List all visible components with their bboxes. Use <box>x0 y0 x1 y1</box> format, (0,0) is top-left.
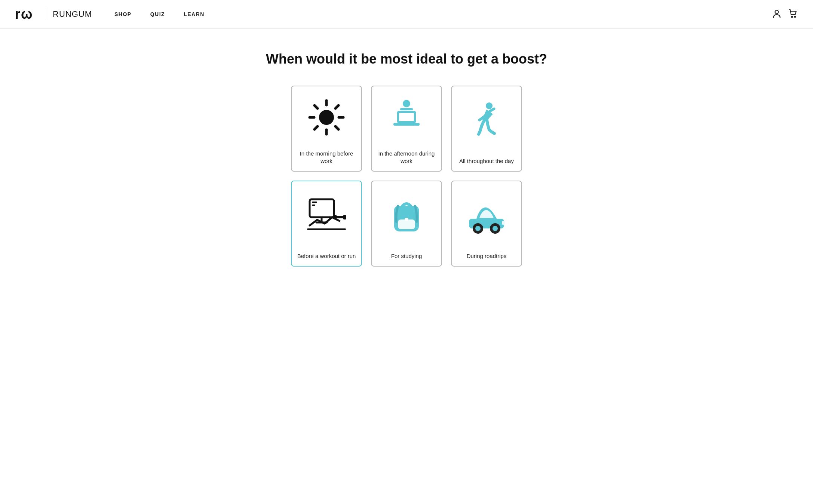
site-header: r ω RUNGUM SHOP QUIZ LEARN <box>0 0 813 29</box>
svg-rect-18 <box>393 123 420 126</box>
svg-rect-27 <box>343 215 346 219</box>
svg-point-19 <box>486 102 493 109</box>
morning-label: In the morning before work <box>292 145 361 171</box>
svg-text:r: r <box>15 7 20 22</box>
option-card-morning[interactable]: In the morning before work <box>291 86 362 172</box>
svg-rect-15 <box>400 108 413 110</box>
svg-point-5 <box>319 110 334 125</box>
svg-rect-32 <box>405 218 408 221</box>
option-card-studying[interactable]: For studying <box>371 181 442 267</box>
allday-icon-area <box>452 86 521 152</box>
workout-label: Before a workout or run <box>292 247 361 266</box>
morning-icon-area <box>292 86 361 145</box>
option-card-roadtrip[interactable]: During roadtrips <box>451 181 522 267</box>
nav-learn[interactable]: LEARN <box>184 11 205 17</box>
cart-icon[interactable] <box>788 9 798 20</box>
option-card-workout[interactable]: Before a workout or run <box>291 181 362 267</box>
svg-rect-17 <box>399 113 414 121</box>
allday-icon <box>466 101 507 142</box>
afternoon-label: In the afternoon during work <box>372 145 441 171</box>
logo-text: RUNGUM <box>53 9 92 19</box>
logo-divider <box>45 8 45 20</box>
svg-point-4 <box>795 16 796 18</box>
svg-line-11 <box>335 126 338 129</box>
main-content: When would it be most ideal to get a boo… <box>0 29 813 296</box>
afternoon-icon <box>386 97 427 138</box>
workout-icon-area <box>292 181 361 247</box>
header-icons <box>772 9 798 20</box>
main-nav: SHOP QUIZ LEARN <box>114 11 205 17</box>
account-icon[interactable] <box>772 9 782 20</box>
studying-icon <box>386 196 427 237</box>
morning-icon <box>306 97 347 138</box>
roadtrip-icon-area <box>452 181 521 247</box>
svg-point-2 <box>775 10 779 14</box>
svg-rect-38 <box>502 221 505 225</box>
svg-point-37 <box>475 226 481 231</box>
roadtrip-icon <box>466 196 507 237</box>
logo-icon: r ω <box>15 7 37 22</box>
studying-label: For studying <box>372 247 441 266</box>
svg-point-35 <box>493 226 498 231</box>
svg-point-3 <box>792 16 793 18</box>
allday-label: All throughout the day <box>452 152 521 171</box>
svg-text:ω: ω <box>21 7 32 22</box>
workout-icon <box>306 196 347 237</box>
svg-line-10 <box>315 105 317 108</box>
roadtrip-label: During roadtrips <box>452 247 521 266</box>
afternoon-icon-area <box>372 86 441 145</box>
svg-line-13 <box>315 126 317 129</box>
svg-rect-26 <box>334 215 337 219</box>
nav-quiz[interactable]: QUIZ <box>150 11 165 17</box>
option-card-allday[interactable]: All throughout the day <box>451 86 522 172</box>
svg-line-12 <box>335 105 338 108</box>
option-card-afternoon[interactable]: In the afternoon during work <box>371 86 442 172</box>
logo[interactable]: r ω RUNGUM <box>15 7 92 22</box>
svg-point-14 <box>403 100 410 107</box>
studying-icon-area <box>372 181 441 247</box>
nav-shop[interactable]: SHOP <box>114 11 132 17</box>
page-title: When would it be most ideal to get a boo… <box>266 51 547 67</box>
options-grid: In the morning before work In the aftern… <box>291 86 522 267</box>
